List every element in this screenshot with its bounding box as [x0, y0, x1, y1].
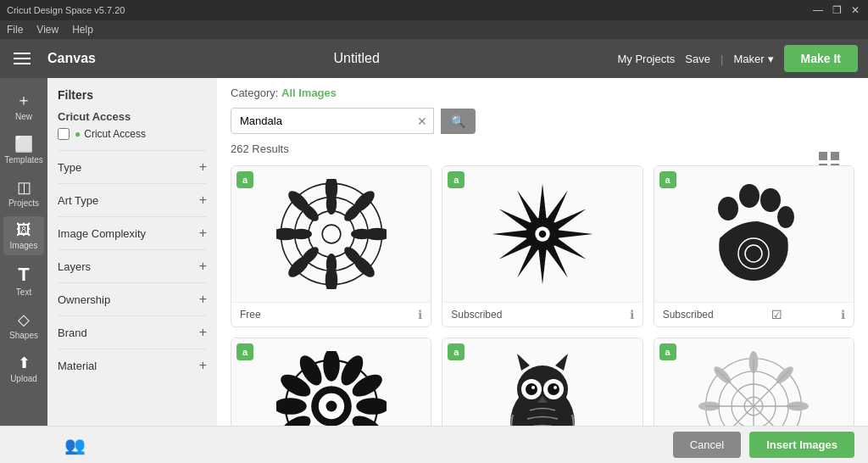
svg-point-38 [539, 231, 547, 238]
new-icon: ＋ [16, 90, 31, 110]
sidebar-item-label-text: Text [16, 287, 31, 297]
sidebar-item-new[interactable]: ＋ New [3, 85, 44, 126]
filter-material[interactable]: Material + [58, 349, 207, 382]
image-card-label-2: Subscribed [451, 309, 502, 321]
filter-ownership[interactable]: Ownership + [58, 282, 207, 315]
svg-marker-63 [517, 354, 530, 371]
cricut-badge-4: a [236, 343, 253, 360]
menu-bar: File View Help [0, 20, 868, 39]
svg-point-20 [326, 254, 336, 275]
info-icon-3[interactable]: ℹ [841, 308, 845, 321]
search-clear-icon[interactable]: ✕ [417, 114, 427, 128]
filter-material-label: Material [58, 360, 97, 372]
svg-point-46 [323, 351, 340, 382]
search-bar: ✕ 🔍 [231, 108, 854, 134]
search-button[interactable]: 🔍 [441, 109, 476, 134]
category-link[interactable]: All Images [281, 86, 337, 99]
svg-point-41 [760, 188, 781, 212]
cricut-badge-5: a [448, 343, 465, 360]
svg-point-21 [299, 245, 320, 266]
restore-button[interactable]: ❐ [831, 4, 843, 16]
filter-art-type-expand-icon: + [199, 192, 207, 208]
sidebar-item-upload[interactable]: ⬆ Upload [3, 349, 44, 388]
save-button[interactable]: Save [685, 53, 710, 65]
sidebar-item-label-upload: Upload [10, 374, 37, 383]
filter-image-complexity[interactable]: Image Complexity + [58, 216, 207, 249]
images-icon: 🖼 [16, 221, 31, 239]
image-card-footer-1: Free ℹ [231, 302, 431, 326]
svg-point-69 [531, 386, 535, 389]
filter-type[interactable]: Type + [58, 150, 207, 183]
sidebar-item-text[interactable]: T Text [3, 259, 44, 302]
cricut-badge-1: a [236, 171, 253, 188]
svg-point-70 [554, 386, 557, 389]
info-icon-2[interactable]: ℹ [630, 308, 634, 321]
page-title: Untitled [334, 51, 380, 66]
mandala-circle-svg [276, 179, 387, 289]
filter-brand[interactable]: Brand + [58, 315, 207, 349]
svg-rect-0 [819, 152, 827, 160]
cancel-button[interactable]: Cancel [673, 432, 741, 458]
cricut-access-checkbox[interactable] [58, 128, 70, 140]
svg-rect-1 [831, 152, 839, 160]
svg-point-42 [777, 206, 794, 228]
filter-brand-label: Brand [58, 326, 87, 339]
svg-point-17 [342, 202, 364, 223]
sidebar-item-shapes[interactable]: ◇ Shapes [3, 305, 44, 345]
results-count: 262 Results [231, 142, 854, 155]
hamburger-menu-button[interactable] [10, 45, 37, 72]
minimize-button[interactable]: — [812, 4, 824, 16]
svg-point-49 [356, 398, 387, 415]
search-input-wrapper: ✕ [231, 108, 434, 134]
sidebar-item-projects[interactable]: ◫ Projects [3, 173, 44, 213]
cricut-access-checkbox-row: ● Cricut Access [58, 128, 207, 140]
image-card-1[interactable]: a [231, 165, 431, 327]
image-card-img-3 [654, 166, 854, 302]
title-bar: Cricut Design Space v5.7.20 — ❐ ✕ [0, 0, 868, 20]
image-grid: a [231, 165, 854, 463]
svg-point-60 [326, 401, 337, 412]
mandala-star-svg [487, 179, 598, 289]
make-it-button[interactable]: Make It [784, 45, 858, 72]
filters-panel: Filters Cricut Access ● Cricut Access Ty… [47, 78, 217, 463]
close-button[interactable]: ✕ [849, 4, 861, 16]
my-projects-button[interactable]: My Projects [617, 53, 675, 65]
category-bar: Category: All Images [231, 86, 854, 99]
menu-file[interactable]: File [7, 24, 23, 36]
filter-layers-expand-icon: + [199, 259, 207, 274]
cricut-badge-2: a [448, 171, 465, 188]
sidebar-item-label-images: Images [10, 241, 38, 250]
sidebar-item-images[interactable]: 🖼 Images [3, 216, 44, 255]
results-panel: Category: All Images ✕ 🔍 [217, 78, 868, 463]
templates-icon: ⬜ [14, 135, 33, 153]
sidebar-item-label-projects: Projects [8, 198, 39, 208]
image-card-img-2 [442, 166, 642, 302]
search-input[interactable] [231, 108, 434, 134]
maker-button[interactable]: Maker ▾ [733, 53, 773, 65]
check-icon-3[interactable]: ☑ [771, 308, 782, 321]
image-card-footer-2: Subscribed ℹ [442, 302, 642, 326]
menu-help[interactable]: Help [72, 24, 93, 36]
top-toolbar: Canvas Untitled My Projects Save | Maker… [0, 39, 868, 78]
menu-view[interactable]: View [36, 24, 58, 36]
filter-image-complexity-expand-icon: + [199, 226, 207, 241]
cricut-access-section-title: Cricut Access [58, 110, 207, 123]
page-title-text: Untitled [334, 51, 380, 65]
sidebar-item-templates[interactable]: ⬜ Templates [3, 130, 44, 170]
filter-layers[interactable]: Layers + [58, 249, 207, 282]
info-icon-1[interactable]: ℹ [418, 308, 422, 321]
filter-art-type[interactable]: Art Type + [58, 183, 207, 216]
image-card-footer-3: Subscribed ☑ ℹ [654, 302, 854, 326]
bottom-bar: 👥 Cancel Insert Images [0, 426, 868, 463]
people-icon[interactable]: 👥 [64, 435, 86, 455]
image-card-label-3: Subscribed [663, 309, 714, 321]
filter-material-expand-icon: + [199, 358, 207, 373]
insert-images-button[interactable]: Insert Images [749, 432, 854, 458]
filter-image-complexity-label: Image Complexity [58, 227, 146, 240]
text-icon: T [18, 264, 29, 286]
image-card-2[interactable]: a [442, 165, 643, 327]
toolbar-right: My Projects Save | Maker ▾ Make It [617, 45, 858, 72]
image-card-3[interactable]: a [654, 165, 854, 327]
svg-point-68 [548, 383, 559, 395]
svg-point-7 [322, 225, 341, 243]
